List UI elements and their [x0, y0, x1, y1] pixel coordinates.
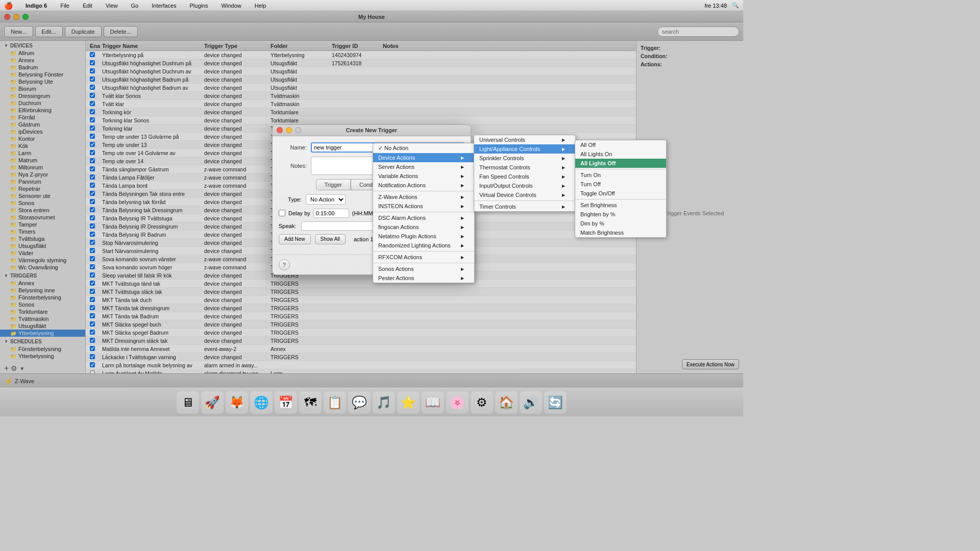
- tab-trigger[interactable]: Trigger: [316, 179, 351, 190]
- dropdown-separator: [373, 191, 474, 191]
- dropdown-server-actions[interactable]: Server Actions▶: [373, 162, 474, 171]
- dropdown-separator: [575, 169, 666, 169]
- delay-label: Delay by: [288, 210, 310, 216]
- action-type-dropdown[interactable]: ✓ No Action Device Actions▶ Server Actio…: [373, 143, 475, 283]
- menu-help[interactable]: Help: [252, 2, 269, 10]
- dropdown-turn-off[interactable]: Turn Off: [575, 180, 666, 189]
- dock-maps[interactable]: 🗺: [299, 391, 322, 414]
- search-icon[interactable]: 🔍: [732, 2, 739, 9]
- dropdown-fingscan-actions[interactable]: fingscan Actions▶: [373, 222, 474, 232]
- dropdown-turn-on[interactable]: Turn On: [575, 170, 666, 180]
- menubar-time: fre 13:48: [705, 3, 727, 9]
- dropdown-fan-speed-controls[interactable]: Fan Speed Controls▶: [474, 172, 575, 181]
- add-new-action-button[interactable]: Add New: [279, 234, 311, 244]
- menu-file[interactable]: File: [58, 2, 72, 10]
- submenu-arrow-icon: ▶: [562, 147, 565, 152]
- submenu-arrow-icon: ▶: [562, 174, 565, 179]
- modal-notes-label: Notes:: [279, 163, 307, 169]
- dropdown-toggle-on-off[interactable]: Toggle On/Off: [575, 189, 666, 198]
- dropdown-all-lights-off[interactable]: All Lights Off: [575, 159, 666, 168]
- dock-transmit[interactable]: 🔄: [544, 391, 567, 414]
- dropdown-thermostat-controls[interactable]: Thermostat Controls▶: [474, 163, 575, 172]
- submenu-arrow-icon: ▶: [461, 243, 464, 248]
- submenu-arrow-icon: ▶: [461, 156, 464, 160]
- modal-help-button[interactable]: ?: [279, 259, 290, 270]
- submenu-arrow-icon: ▶: [562, 193, 565, 197]
- dropdown-notification-actions[interactable]: Notification Actions▶: [373, 181, 474, 190]
- dropdown-set-brightness[interactable]: Set Brightness: [575, 201, 666, 210]
- dropdown-brighten-by-pct[interactable]: Brighten by %: [575, 210, 666, 219]
- menu-interfaces[interactable]: Interfaces: [149, 2, 179, 10]
- dropdown-pester-actions[interactable]: Pester Actions▶: [373, 273, 474, 283]
- device-actions-submenu[interactable]: Universal Controls▶ Light/Appliance Cont…: [474, 135, 576, 212]
- submenu-arrow-icon: ▶: [461, 195, 464, 199]
- submenu-arrow-icon: ▶: [562, 138, 565, 142]
- modal-close-button[interactable]: [277, 127, 283, 133]
- dock-systempreferences[interactable]: ⚙: [471, 391, 493, 414]
- menu-view[interactable]: View: [103, 2, 120, 10]
- delay-checkbox[interactable]: [279, 210, 285, 216]
- dropdown-virtual-device-controls[interactable]: Virtual Device Controls▶: [474, 190, 575, 199]
- dropdown-sonos-actions[interactable]: Sonos Actions▶: [373, 264, 474, 273]
- dropdown-all-lights-on[interactable]: All Lights On: [575, 149, 666, 159]
- dropdown-variable-actions[interactable]: Variable Actions▶: [373, 171, 474, 181]
- dropdown-separator: [575, 199, 666, 199]
- dropdown-universal-controls[interactable]: Universal Controls▶: [474, 135, 575, 144]
- show-all-button[interactable]: Show All: [315, 234, 346, 244]
- dropdown-dim-by-pct[interactable]: Dim by %: [575, 219, 666, 228]
- dock-ibooks[interactable]: 📖: [422, 391, 444, 414]
- dropdown-light-appliance-controls[interactable]: Light/Appliance Controls▶: [474, 144, 575, 154]
- apple-menu[interactable]: 🍎: [4, 2, 13, 10]
- dropdown-input-output-controls[interactable]: Input/Output Controls▶: [474, 181, 575, 190]
- submenu-arrow-icon: ▶: [461, 174, 464, 179]
- dropdown-randomized-lighting[interactable]: Randomized Lighting Actions▶: [373, 241, 474, 250]
- dropdown-all-off[interactable]: All Off: [575, 140, 666, 149]
- delay-input[interactable]: [313, 209, 349, 218]
- dropdown-rfxcom-actions[interactable]: RFXCOM Actions▶: [373, 253, 474, 262]
- modal-zoom-button[interactable]: [295, 127, 301, 133]
- dropdown-no-action[interactable]: ✓ No Action: [373, 143, 474, 153]
- dock-chrome[interactable]: 🌐: [250, 391, 273, 414]
- speak-label: Speak:: [279, 223, 296, 229]
- dropdown-dsc-alarm-actions[interactable]: DSC Alarm Actions▶: [373, 213, 474, 222]
- dock-photoslibrary[interactable]: 🌸: [446, 391, 469, 414]
- modal-type-label: Type:: [279, 196, 302, 203]
- menu-appname[interactable]: Indigo 6: [23, 2, 50, 10]
- dropdown-separator: [373, 263, 474, 263]
- dropdown-timer-controls[interactable]: Timer Controls▶: [474, 202, 575, 211]
- dock-calendar[interactable]: 📅: [275, 391, 297, 414]
- modal-type-select[interactable]: No Action: [306, 194, 346, 205]
- submenu-arrow-icon: ▶: [461, 267, 464, 271]
- submenu-arrow-icon: ▶: [461, 276, 464, 281]
- menu-edit[interactable]: Edit: [80, 2, 95, 10]
- menu-plugins[interactable]: Plugins: [187, 2, 211, 10]
- submenu-arrow-icon: ▶: [562, 184, 565, 188]
- dropdown-match-brightness[interactable]: Match Brightness: [575, 228, 666, 237]
- dock-launchpad[interactable]: 🚀: [201, 391, 224, 414]
- dropdown-device-actions[interactable]: Device Actions▶: [373, 153, 474, 162]
- menu-go[interactable]: Go: [129, 2, 141, 10]
- dock: 🖥 🚀 🦊 🌐 📅 🗺 📋 💬 🎵 ⭐ 📖 🌸 ⚙ 🏠 🔊 🔄: [0, 388, 743, 416]
- dock-notes[interactable]: 📋: [324, 391, 346, 414]
- menu-window[interactable]: Window: [219, 2, 244, 10]
- dropdown-sprinkler-controls[interactable]: Sprinkler Controls▶: [474, 154, 575, 163]
- menubar-right: fre 13:48 🔍: [705, 2, 739, 9]
- dock-indigo[interactable]: 🏠: [495, 391, 518, 414]
- light-appliance-submenu[interactable]: All Off All Lights On All Lights Off Tur…: [575, 140, 667, 238]
- dropdown-insteon-actions[interactable]: INSTEON Actions▶: [373, 202, 474, 211]
- menubar: 🍎 Indigo 6 File Edit View Go Interfaces …: [0, 0, 743, 11]
- dock-firefox[interactable]: 🦊: [226, 391, 248, 414]
- dock-messages[interactable]: 💬: [348, 391, 371, 414]
- dropdown-netatmo-actions[interactable]: Netatmo Plugin Actions▶: [373, 232, 474, 241]
- submenu-arrow-icon: ▶: [562, 165, 565, 170]
- dock-sonos[interactable]: 🔊: [520, 391, 542, 414]
- submenu-arrow-icon: ▶: [562, 205, 565, 209]
- dropdown-zwave-actions[interactable]: Z-Wave Actions▶: [373, 192, 474, 202]
- dock-reeder[interactable]: ⭐: [397, 391, 420, 414]
- submenu-arrow-icon: ▶: [461, 255, 464, 260]
- submenu-arrow-icon: ▶: [461, 204, 464, 209]
- submenu-arrow-icon: ▶: [562, 156, 565, 161]
- dock-itunes[interactable]: 🎵: [373, 391, 395, 414]
- modal-minimize-button[interactable]: [286, 127, 292, 133]
- dock-finder[interactable]: 🖥: [177, 391, 199, 414]
